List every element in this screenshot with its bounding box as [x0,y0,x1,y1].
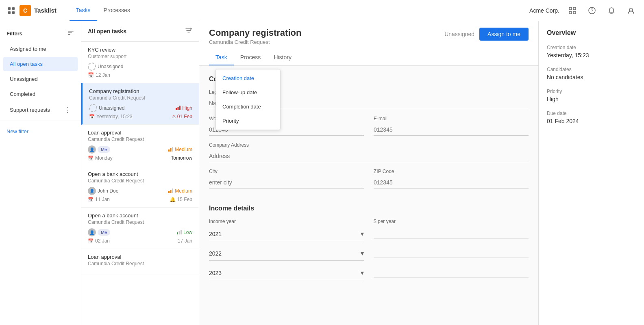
avatar: 👤 [88,228,96,236]
task-item[interactable]: KYC review Customer support Unassigned 📅… [81,42,199,83]
company-address-input[interactable] [209,150,529,162]
task-item-process: Camundia Credit Request [88,219,192,225]
task-item-meta2: 📅 11 Jan 🔔 15 Feb [88,197,192,202]
task-item-process: Customer support [88,54,192,59]
chevron-down-icon: ▾ [361,249,364,257]
task-item[interactable]: Loan approval Camundia Credit Request [81,249,199,275]
income-amount-block [374,266,529,280]
svg-rect-24 [178,231,180,234]
income-details-title: Income details [209,205,529,212]
main-layout: Filters Assigned to me All open tasks Un… [0,21,644,325]
task-assignee: 👤 John Doe [88,187,118,195]
sort-option-follow-up-date[interactable]: Follow-up date [216,85,280,100]
task-list-panel: All open tasks Creation date Follow-up d… [81,21,199,325]
task-item-meta: Unassigned [88,63,192,71]
sidebar-toggle-icon[interactable] [67,29,74,38]
field-zip: ZIP Code [374,169,529,188]
svg-rect-18 [170,148,172,152]
sort-option-priority[interactable]: Priority [216,114,280,128]
sidebar-item-unassigned[interactable]: Unassigned [3,72,78,86]
field-label: ZIP Code [374,169,529,174]
task-header-top: Company registration Camundia Credit Req… [209,28,529,45]
nav-tab-processes[interactable]: Processes [97,0,137,21]
help-icon[interactable]: ? [585,4,598,17]
svg-rect-1 [12,7,15,10]
grid-icon[interactable] [7,6,16,15]
sort-option-creation-date[interactable]: Creation date [216,71,280,85]
income-amount-block [374,246,529,261]
income-year-select-2022[interactable]: 2022 ▾ [209,246,364,261]
sidebar-item-all-open-tasks[interactable]: All open tasks [3,57,78,71]
priority-high-badge: High [175,105,192,112]
svg-rect-19 [172,147,173,152]
field-email: E-mail [374,116,529,136]
svg-rect-23 [177,232,178,234]
overview-due-date: Due date 01 Feb 2024 [547,110,636,124]
avatar: 👤 [88,145,96,154]
main-nav-tabs: Tasks Processes [70,0,137,21]
due-date: 17 Jan [178,238,192,244]
more-icon[interactable]: ⋮ [64,106,71,113]
task-date: 📅 Monday [88,155,113,161]
sidebar: Filters Assigned to me All open tasks Un… [0,21,81,325]
calendar-icon: 📅 [88,72,94,78]
overview-field-value: Yesterday, 15:23 [547,52,636,58]
nav-tab-tasks[interactable]: Tasks [70,0,97,21]
task-item[interactable]: Loan approval Camundia Credit Request 👤 … [81,125,199,166]
city-input[interactable] [209,177,364,188]
task-item-active[interactable]: Company registration Camundia Credit Req… [81,83,199,125]
income-amount-2021-input[interactable] [374,227,529,238]
nav-left: C Tasklist Tasks Processes [7,0,529,21]
task-item[interactable]: Open a bank account Camundia Credit Requ… [81,166,199,208]
task-list-header: All open tasks [81,21,199,42]
org-name: Acme Corp. [529,7,559,14]
calendar-icon: 📅 [89,114,95,119]
new-filter-button[interactable]: New filter [0,124,81,139]
avatar-unassigned [89,104,97,112]
income-year-select-2023[interactable]: 2023 ▾ [209,266,364,280]
task-item[interactable]: Open a bank account Camundia Credit Requ… [81,208,199,249]
email-input[interactable] [374,124,529,136]
user-icon[interactable] [624,4,637,17]
income-year-block: 2022 ▾ [209,246,364,261]
tab-history[interactable]: History [267,50,298,65]
field-label: E-mail [374,116,529,121]
chevron-down-icon: ▾ [361,230,364,238]
task-item-process: Camundia Credit Request [88,136,192,142]
field-label: City [209,169,364,174]
svg-rect-16 [179,106,181,110]
sort-icon[interactable] [185,27,192,36]
income-amount-2023-input[interactable] [374,266,529,277]
calendar-icon: 📅 [88,238,94,244]
sidebar-item-support-requests[interactable]: Support requests ⋮ [3,102,78,117]
task-item-name: Loan approval [88,130,192,136]
income-year-select-2021[interactable]: 2021 ▾ [209,227,364,241]
notifications-icon[interactable] [605,4,618,17]
overview-candidates: Candidates No candidates [547,67,636,80]
sort-dropdown: Creation date Follow-up date Completion … [215,69,281,130]
tab-task[interactable]: Task [209,50,234,65]
zip-input[interactable] [374,177,529,188]
assign-to-me-button[interactable]: Assign to me [479,28,529,41]
main-content: Company registration Camundia Credit Req… [199,21,538,325]
task-date: 📅 11 Jan [88,197,110,202]
income-amount-2022-input[interactable] [374,246,529,258]
grid-apps-icon[interactable] [566,4,579,17]
app-logo: C [20,5,31,16]
task-assignee: Unassigned [88,63,123,71]
bell-icon: 🔔 [170,197,176,202]
svg-rect-15 [178,107,179,110]
tab-process[interactable]: Process [234,50,268,65]
sort-option-completion-date[interactable]: Completion date [216,100,280,114]
income-year-block: 2023 ▾ [209,266,364,280]
sidebar-title: Filters [0,26,81,41]
calendar-icon: 📅 [88,197,94,202]
task-item-name: Loan approval [88,254,192,260]
svg-rect-0 [8,7,11,10]
svg-rect-14 [176,108,177,110]
sidebar-item-assigned-to-me[interactable]: Assigned to me [3,42,78,56]
bar-chart-icon [168,146,174,153]
overview-field-label: Due date [547,110,636,116]
income-row-2021: Income year 2021 ▾ $ per year [209,219,529,241]
sidebar-item-completed[interactable]: Completed [3,87,78,101]
